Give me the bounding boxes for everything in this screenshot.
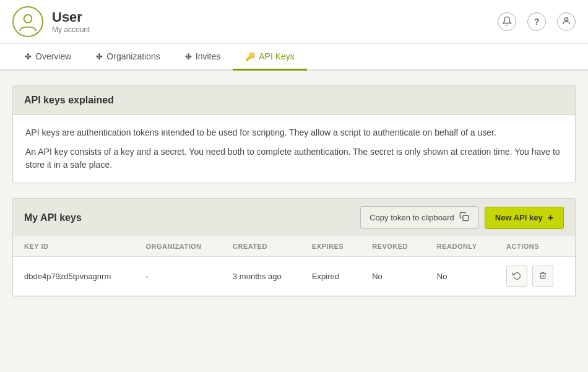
avatar	[12, 6, 43, 37]
help-icon: ?	[534, 17, 540, 27]
nav-tabs: ✤ Overview ✤ Organizations ✤ Invites 🔑 A…	[0, 44, 588, 71]
organizations-icon: ✤	[96, 52, 103, 61]
api-explained-section: API keys explained API keys are authenti…	[12, 85, 576, 183]
cell-organization: -	[134, 257, 222, 296]
restore-icon	[512, 271, 521, 282]
api-keys-title: My API keys	[24, 212, 82, 223]
col-readonly: READONLY	[426, 236, 495, 257]
cell-revoked: No	[361, 257, 426, 296]
copy-token-button[interactable]: Copy token to clipboard	[360, 206, 478, 229]
user-info: User My account	[52, 9, 90, 34]
svg-point-1	[564, 17, 568, 20]
table-row: dbde4p79zd5tpvnagnrm - 3 months ago Expi…	[13, 257, 575, 296]
tab-overview[interactable]: ✤ Overview	[12, 44, 84, 71]
cell-created: 3 months ago	[222, 257, 301, 296]
cell-readonly: No	[426, 257, 495, 296]
table-header: KEY ID ORGANIZATION CREATED EXPIRES REVO…	[13, 236, 575, 257]
header-icons: ?	[498, 12, 576, 31]
table-header-row: KEY ID ORGANIZATION CREATED EXPIRES REVO…	[13, 236, 575, 257]
header: User My account ?	[0, 0, 588, 44]
account-subtitle: My account	[52, 25, 90, 34]
user-menu-button[interactable]	[557, 12, 576, 31]
tab-organizations-label: Organizations	[106, 51, 160, 61]
new-api-key-button[interactable]: New API key +	[485, 207, 564, 229]
col-created: CREATED	[222, 236, 301, 257]
invites-icon: ✤	[185, 52, 192, 61]
help-button[interactable]: ?	[527, 12, 546, 31]
overview-icon: ✤	[25, 52, 32, 61]
svg-rect-2	[463, 215, 469, 221]
bell-icon	[502, 16, 512, 28]
col-expires: EXPIRES	[301, 236, 361, 257]
plus-icon: +	[548, 212, 553, 223]
user-icon	[561, 16, 571, 28]
tab-api-keys-label: API Keys	[259, 51, 295, 61]
col-actions: ACTIONS	[495, 236, 575, 257]
col-key-id: KEY ID	[13, 236, 134, 257]
api-explained-para2: An API key consists of a key and a secre…	[25, 145, 563, 171]
api-keys-actions: Copy token to clipboard New API key +	[360, 206, 564, 229]
api-explained-body: API keys are authentication tokens inten…	[12, 115, 576, 183]
api-keys-header: My API keys Copy token to clipboard New …	[13, 199, 575, 236]
restore-button[interactable]	[506, 266, 527, 287]
tab-organizations[interactable]: ✤ Organizations	[84, 44, 172, 71]
notifications-button[interactable]	[498, 12, 516, 31]
api-explained-title: API keys explained	[12, 85, 576, 115]
cell-key-id: dbde4p79zd5tpvnagnrm	[13, 257, 134, 296]
tab-api-keys[interactable]: 🔑 API Keys	[233, 44, 307, 71]
copy-token-label: Copy token to clipboard	[370, 213, 454, 222]
main-content: API keys explained API keys are authenti…	[0, 71, 588, 311]
cell-expires: Expired	[301, 257, 361, 296]
col-revoked: REVOKED	[361, 236, 426, 257]
svg-point-0	[24, 15, 32, 23]
delete-button[interactable]	[532, 266, 553, 287]
my-api-keys-section: My API keys Copy token to clipboard New …	[12, 198, 576, 296]
cell-actions	[495, 257, 575, 296]
trash-icon	[538, 271, 547, 282]
api-keys-icon: 🔑	[245, 52, 255, 61]
header-left: User My account	[12, 6, 90, 37]
new-api-key-label: New API key	[495, 213, 543, 222]
api-keys-table: KEY ID ORGANIZATION CREATED EXPIRES REVO…	[13, 236, 575, 296]
clipboard-icon	[459, 212, 469, 223]
tab-overview-label: Overview	[35, 51, 71, 61]
col-organization: ORGANIZATION	[134, 236, 222, 257]
tab-invites[interactable]: ✤ Invites	[173, 44, 233, 71]
api-explained-para1: API keys are authentication tokens inten…	[25, 126, 563, 139]
username: User	[52, 9, 90, 25]
table-body: dbde4p79zd5tpvnagnrm - 3 months ago Expi…	[13, 257, 575, 296]
tab-invites-label: Invites	[196, 51, 220, 61]
